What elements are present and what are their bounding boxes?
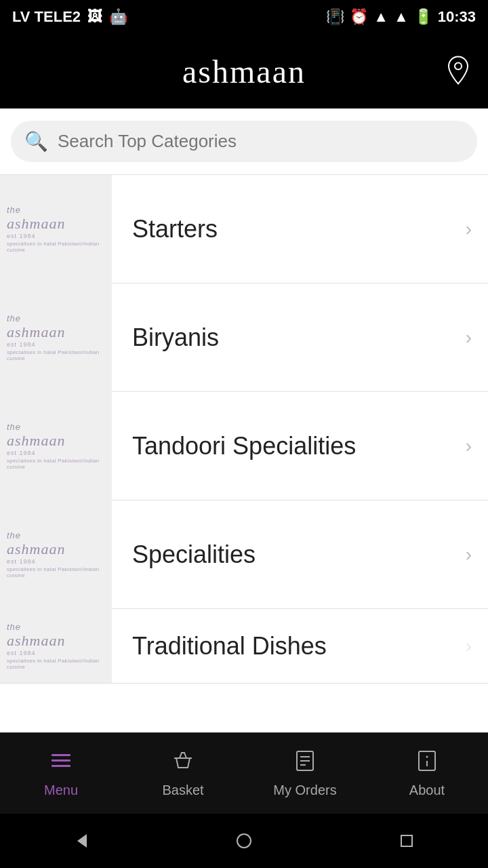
category-label-4: Specialities [112,540,466,569]
thumb-ashmaan-3: ashmaan [7,432,65,450]
thumb-est-4: est 1984 [7,558,36,565]
category-label-2: Biryanis [112,323,466,352]
thumb-the-3: the [7,422,21,432]
search-icon: 🔍 [24,130,48,153]
thumb-est-5: est 1984 [7,650,36,656]
nav-item-about[interactable]: About [366,749,488,798]
thumb-ashmaan-4: ashmaan [7,540,65,558]
svg-rect-12 [401,835,412,846]
thumb-the-5: the [7,622,21,632]
location-button[interactable] [442,54,474,89]
category-label-1: Starters [112,215,466,243]
basket-nav-icon [171,749,195,778]
home-button[interactable] [217,814,271,868]
carrier-text: LV TELE2 [12,8,81,26]
vibrate-icon: 📳 [326,8,344,26]
app-header: ashmaan [0,34,488,108]
android-nav-bar [0,814,488,868]
thumb-ashmaan-5: ashmaan [7,632,65,650]
svg-rect-2 [52,765,70,767]
alarm-icon: ⏰ [350,8,368,26]
thumb-the-1: the [7,205,21,215]
thumb-tagline-1: specialises in halal Pakistani/Indian cu… [7,241,105,253]
thumb-tagline-4: specialises in halal Pakistani/Indian cu… [7,566,105,578]
menu-nav-label: Menu [44,783,78,798]
menu-nav-icon [49,749,73,778]
thumb-est-2: est 1984 [7,341,36,348]
category-thumb-3: the ashmaan est 1984 specialises in hala… [0,392,112,500]
category-thumb-5: the ashmaan est 1984 specialises in hala… [0,609,112,684]
category-thumb-1: the ashmaan est 1984 specialises in hala… [0,175,112,283]
category-item-4[interactable]: the ashmaan est 1984 specialises in hala… [0,500,488,609]
signal-icon: ▲ [394,8,409,26]
android-icon: 🤖 [109,8,127,26]
thumb-tagline-2: specialises in halal Pakistani/Indian cu… [7,349,105,361]
search-bar[interactable]: 🔍 [11,121,477,162]
category-thumb-4: the ashmaan est 1984 specialises in hala… [0,500,112,609]
thumb-ashmaan-2: ashmaan [7,323,65,341]
thumb-the-2: the [7,313,21,323]
category-arrow-3: › [466,435,488,457]
category-item-3[interactable]: the ashmaan est 1984 specialises in hala… [0,392,488,500]
category-arrow-4: › [466,544,488,566]
category-arrow-1: › [466,218,488,240]
bottom-navigation: Menu Basket My Orders About [0,732,488,814]
category-item-2[interactable]: the ashmaan est 1984 specialises in hala… [0,283,488,392]
category-thumb-2: the ashmaan est 1984 specialises in hala… [0,283,112,392]
recents-button[interactable] [380,814,434,868]
search-container: 🔍 [0,108,488,175]
status-bar: LV TELE2 🖼 🤖 📳 ⏰ ▲ ▲ 🔋 10:33 [0,0,488,34]
category-arrow-5: › [466,635,488,657]
thumb-ashmaan-1: ashmaan [7,215,65,233]
thumb-tagline-5: specialises in halal Pakistani/Indian cu… [7,658,105,670]
svg-marker-10 [77,834,87,848]
time-display: 10:33 [438,8,476,26]
category-item-5[interactable]: the ashmaan est 1984 specialises in hala… [0,609,488,684]
nav-item-menu[interactable]: Menu [0,749,122,798]
gallery-icon: 🖼 [87,8,102,26]
category-label-5: Traditional Dishes [112,632,466,660]
svg-rect-0 [52,754,70,756]
my-orders-nav-label: My Orders [273,783,336,798]
thumb-est-3: est 1984 [7,450,36,456]
svg-rect-1 [52,760,70,762]
about-nav-icon [415,749,439,778]
basket-nav-label: Basket [162,783,203,798]
category-arrow-2: › [466,327,488,349]
my-orders-nav-icon [293,749,317,778]
thumb-the-4: the [7,530,21,540]
about-nav-label: About [409,783,445,798]
nav-item-my-orders[interactable]: My Orders [244,749,366,798]
status-right: 📳 ⏰ ▲ ▲ 🔋 10:33 [326,8,476,26]
category-label-3: Tandoori Specialities [112,432,466,460]
category-list: the ashmaan est 1984 specialises in hala… [0,175,488,684]
search-input[interactable] [58,131,464,152]
back-button[interactable] [54,814,108,868]
wifi-icon: ▲ [373,8,388,26]
category-item-1[interactable]: the ashmaan est 1984 specialises in hala… [0,175,488,283]
thumb-est-1: est 1984 [7,233,36,239]
thumb-tagline-3: specialises in halal Pakistani/Indian cu… [7,458,105,470]
battery-icon: 🔋 [414,8,432,26]
status-left: LV TELE2 🖼 🤖 [12,8,127,26]
svg-point-11 [237,834,251,848]
app-title: ashmaan [182,53,306,90]
nav-item-basket[interactable]: Basket [122,749,244,798]
